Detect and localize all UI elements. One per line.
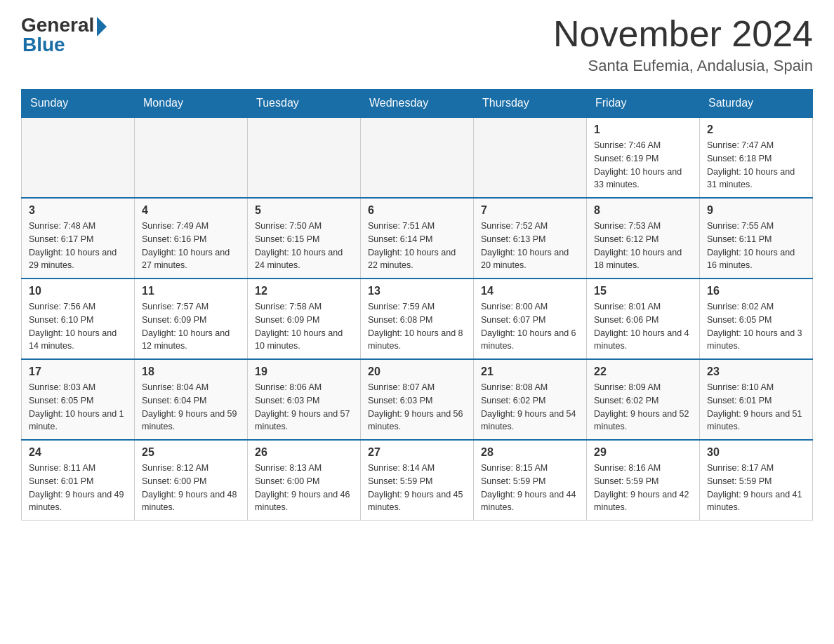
calendar-cell: 27Sunrise: 8:14 AM Sunset: 5:59 PM Dayli… — [361, 440, 474, 521]
day-info: Sunrise: 8:01 AM Sunset: 6:06 PM Dayligh… — [594, 300, 692, 353]
calendar-cell: 15Sunrise: 8:01 AM Sunset: 6:06 PM Dayli… — [587, 279, 700, 359]
calendar-cell: 17Sunrise: 8:03 AM Sunset: 6:05 PM Dayli… — [22, 359, 135, 440]
day-info: Sunrise: 8:08 AM Sunset: 6:02 PM Dayligh… — [481, 381, 579, 434]
day-info: Sunrise: 7:59 AM Sunset: 6:08 PM Dayligh… — [368, 300, 466, 353]
calendar-week-row: 3Sunrise: 7:48 AM Sunset: 6:17 PM Daylig… — [22, 198, 813, 279]
day-header-saturday: Saturday — [700, 90, 813, 118]
day-info: Sunrise: 7:46 AM Sunset: 6:19 PM Dayligh… — [594, 139, 692, 192]
calendar-header-row: SundayMondayTuesdayWednesdayThursdayFrid… — [22, 90, 813, 118]
logo: General Blue — [21, 14, 107, 56]
calendar-cell: 25Sunrise: 8:12 AM Sunset: 6:00 PM Dayli… — [135, 440, 248, 521]
day-info: Sunrise: 8:09 AM Sunset: 6:02 PM Dayligh… — [594, 381, 692, 434]
calendar-cell: 1Sunrise: 7:46 AM Sunset: 6:19 PM Daylig… — [587, 117, 700, 198]
calendar-cell — [474, 117, 587, 198]
day-number: 2 — [707, 123, 805, 136]
calendar-cell: 19Sunrise: 8:06 AM Sunset: 6:03 PM Dayli… — [248, 359, 361, 440]
day-header-friday: Friday — [587, 90, 700, 118]
calendar-cell: 21Sunrise: 8:08 AM Sunset: 6:02 PM Dayli… — [474, 359, 587, 440]
calendar-cell: 23Sunrise: 8:10 AM Sunset: 6:01 PM Dayli… — [700, 359, 813, 440]
calendar-cell: 7Sunrise: 7:52 AM Sunset: 6:13 PM Daylig… — [474, 198, 587, 279]
day-number: 24 — [29, 446, 127, 459]
calendar-cell: 29Sunrise: 8:16 AM Sunset: 5:59 PM Dayli… — [587, 440, 700, 521]
calendar-cell: 10Sunrise: 7:56 AM Sunset: 6:10 PM Dayli… — [22, 279, 135, 359]
day-info: Sunrise: 7:56 AM Sunset: 6:10 PM Dayligh… — [29, 300, 127, 353]
calendar-cell: 14Sunrise: 8:00 AM Sunset: 6:07 PM Dayli… — [474, 279, 587, 359]
calendar-cell: 28Sunrise: 8:15 AM Sunset: 5:59 PM Dayli… — [474, 440, 587, 521]
calendar-cell: 13Sunrise: 7:59 AM Sunset: 6:08 PM Dayli… — [361, 279, 474, 359]
calendar-cell — [248, 117, 361, 198]
day-info: Sunrise: 8:12 AM Sunset: 6:00 PM Dayligh… — [142, 462, 240, 514]
day-info: Sunrise: 7:50 AM Sunset: 6:15 PM Dayligh… — [255, 220, 353, 272]
day-number: 18 — [142, 365, 240, 378]
day-number: 22 — [594, 365, 692, 378]
day-info: Sunrise: 8:16 AM Sunset: 5:59 PM Dayligh… — [594, 462, 692, 514]
calendar-cell: 22Sunrise: 8:09 AM Sunset: 6:02 PM Dayli… — [587, 359, 700, 440]
day-info: Sunrise: 8:07 AM Sunset: 6:03 PM Dayligh… — [368, 381, 466, 434]
day-info: Sunrise: 7:47 AM Sunset: 6:18 PM Dayligh… — [707, 139, 805, 192]
calendar-cell: 9Sunrise: 7:55 AM Sunset: 6:11 PM Daylig… — [700, 198, 813, 279]
day-info: Sunrise: 8:15 AM Sunset: 5:59 PM Dayligh… — [481, 462, 579, 514]
day-info: Sunrise: 7:53 AM Sunset: 6:12 PM Dayligh… — [594, 220, 692, 272]
calendar-cell: 24Sunrise: 8:11 AM Sunset: 6:01 PM Dayli… — [22, 440, 135, 521]
day-number: 29 — [594, 446, 692, 459]
day-number: 6 — [368, 204, 466, 217]
calendar-week-row: 24Sunrise: 8:11 AM Sunset: 6:01 PM Dayli… — [22, 440, 813, 521]
calendar-week-row: 17Sunrise: 8:03 AM Sunset: 6:05 PM Dayli… — [22, 359, 813, 440]
calendar-cell: 6Sunrise: 7:51 AM Sunset: 6:14 PM Daylig… — [361, 198, 474, 279]
calendar-cell: 4Sunrise: 7:49 AM Sunset: 6:16 PM Daylig… — [135, 198, 248, 279]
day-number: 20 — [368, 365, 466, 378]
day-number: 14 — [481, 285, 579, 297]
day-info: Sunrise: 7:55 AM Sunset: 6:11 PM Dayligh… — [707, 220, 805, 272]
day-info: Sunrise: 7:58 AM Sunset: 6:09 PM Dayligh… — [255, 300, 353, 353]
day-number: 21 — [481, 365, 579, 378]
day-header-sunday: Sunday — [22, 90, 135, 118]
calendar-cell — [22, 117, 135, 198]
day-number: 7 — [481, 204, 579, 217]
day-number: 15 — [594, 285, 692, 297]
day-info: Sunrise: 8:11 AM Sunset: 6:01 PM Dayligh… — [29, 462, 127, 514]
day-number: 19 — [255, 365, 353, 378]
day-header-thursday: Thursday — [474, 90, 587, 118]
day-info: Sunrise: 8:03 AM Sunset: 6:05 PM Dayligh… — [29, 381, 127, 434]
calendar-week-row: 1Sunrise: 7:46 AM Sunset: 6:19 PM Daylig… — [22, 117, 813, 198]
day-number: 25 — [142, 446, 240, 459]
day-number: 5 — [255, 204, 353, 217]
day-number: 13 — [368, 285, 466, 297]
calendar-cell: 26Sunrise: 8:13 AM Sunset: 6:00 PM Dayli… — [248, 440, 361, 521]
calendar-week-row: 10Sunrise: 7:56 AM Sunset: 6:10 PM Dayli… — [22, 279, 813, 359]
day-number: 8 — [594, 204, 692, 217]
day-number: 3 — [29, 204, 127, 217]
calendar-cell — [361, 117, 474, 198]
calendar-cell: 18Sunrise: 8:04 AM Sunset: 6:04 PM Dayli… — [135, 359, 248, 440]
day-info: Sunrise: 7:57 AM Sunset: 6:09 PM Dayligh… — [142, 300, 240, 353]
day-info: Sunrise: 8:13 AM Sunset: 6:00 PM Dayligh… — [255, 462, 353, 514]
day-number: 4 — [142, 204, 240, 217]
calendar-cell — [135, 117, 248, 198]
calendar-cell: 2Sunrise: 7:47 AM Sunset: 6:18 PM Daylig… — [700, 117, 813, 198]
calendar-cell: 3Sunrise: 7:48 AM Sunset: 6:17 PM Daylig… — [22, 198, 135, 279]
day-number: 10 — [29, 285, 127, 297]
day-number: 17 — [29, 365, 127, 378]
calendar-cell: 12Sunrise: 7:58 AM Sunset: 6:09 PM Dayli… — [248, 279, 361, 359]
day-number: 30 — [707, 446, 805, 459]
day-number: 12 — [255, 285, 353, 297]
day-number: 16 — [707, 285, 805, 297]
month-title: November 2024 — [553, 14, 813, 54]
location-text: Santa Eufemia, Andalusia, Spain — [553, 57, 813, 75]
day-info: Sunrise: 8:14 AM Sunset: 5:59 PM Dayligh… — [368, 462, 466, 514]
title-section: November 2024 Santa Eufemia, Andalusia, … — [553, 14, 813, 75]
day-number: 26 — [255, 446, 353, 459]
day-info: Sunrise: 8:17 AM Sunset: 5:59 PM Dayligh… — [707, 462, 805, 514]
calendar-cell: 8Sunrise: 7:53 AM Sunset: 6:12 PM Daylig… — [587, 198, 700, 279]
day-header-monday: Monday — [135, 90, 248, 118]
day-info: Sunrise: 7:52 AM Sunset: 6:13 PM Dayligh… — [481, 220, 579, 272]
calendar-cell: 11Sunrise: 7:57 AM Sunset: 6:09 PM Dayli… — [135, 279, 248, 359]
day-info: Sunrise: 7:49 AM Sunset: 6:16 PM Dayligh… — [142, 220, 240, 272]
logo-arrow-icon — [97, 17, 107, 36]
day-info: Sunrise: 8:04 AM Sunset: 6:04 PM Dayligh… — [142, 381, 240, 434]
day-number: 23 — [707, 365, 805, 378]
day-number: 28 — [481, 446, 579, 459]
day-info: Sunrise: 8:06 AM Sunset: 6:03 PM Dayligh… — [255, 381, 353, 434]
logo-blue-text: Blue — [22, 34, 65, 56]
day-number: 27 — [368, 446, 466, 459]
